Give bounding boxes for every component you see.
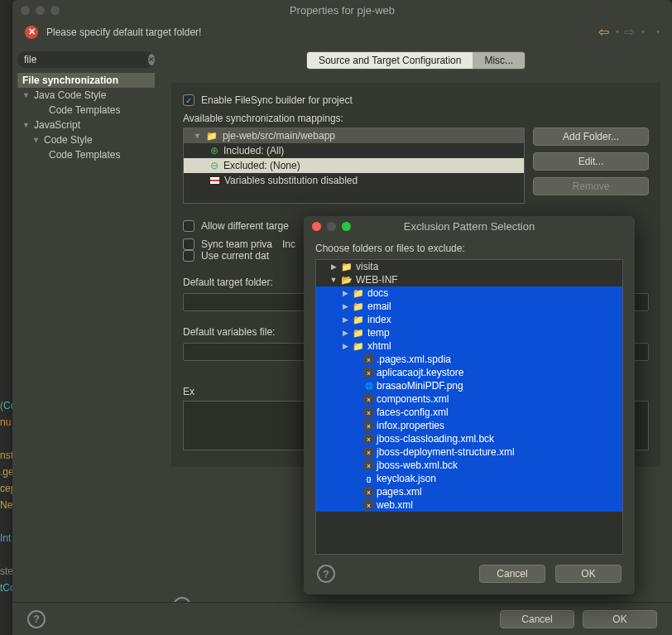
xml-file-icon: x [364,487,373,497]
tree-file[interactable]: xfaces-config.xml [316,406,622,419]
sync-team-checkbox[interactable] [183,238,194,250]
chevron-right-icon: ▶ [341,302,349,310]
help-icon[interactable]: ? [317,565,335,583]
cancel-button[interactable]: Cancel [500,610,574,628]
enable-filesync-checkbox[interactable] [183,94,194,106]
folder-icon: 📁 [206,131,218,142]
tree-folder[interactable]: ▶📁email [316,300,622,313]
folder-icon: 📁 [353,301,364,312]
xml-file-icon: x [364,460,373,470]
clear-filter-icon[interactable]: ✕ [148,54,155,65]
file-tree[interactable]: ▶ 📁 visita ▼ 📂 WEB-INF ▶📁docs▶📁email▶📁in… [315,259,623,555]
mapping-root[interactable]: ▼ 📁 pje-web/src/main/webapp [184,128,524,143]
remove-button[interactable]: Remove [533,177,649,195]
tree-folder-webinf[interactable]: ▼ 📂 WEB-INF [316,273,622,286]
folder-icon: 📁 [353,288,364,299]
window-title: Properties for pje-web [12,4,672,17]
edit-button[interactable]: Edit... [533,152,649,171]
forward-arrow-icon: ⇨ [624,24,635,40]
ok-button[interactable]: OK [555,565,622,583]
tree-file[interactable]: xaplicacaojt.keystore [316,366,622,379]
mapping-excluded[interactable]: ⊖ Excluded: (None) [184,158,524,173]
exclusion-dialog: Exclusion Pattern Selection Choose folde… [304,216,635,594]
folder-icon: 📁 [353,328,364,339]
tree-file[interactable]: xjboss-web.xml.bck [316,459,622,472]
dialog-footer: ? Cancel OK [304,555,635,594]
header-row: ✕ Please specify default target folder! … [12,20,672,51]
sidebar: ✕ File synchronization ▼Java Code Style … [12,51,160,628]
main-footer: ? Cancel OK [12,602,672,635]
tab-source-target[interactable]: Source and Target Configuration [307,52,473,69]
chevron-right-icon: ▶ [329,262,338,271]
tree-file[interactable]: xpages.xml [316,485,622,498]
chevron-down-icon: ▼ [22,91,31,99]
tree-item-java-code-style[interactable]: ▼Java Code Style [17,88,155,103]
chevron-right-icon: ▶ [341,329,349,337]
nav-arrows: ⇦ ▾ ⇨ ▾ ▾ [598,24,660,40]
xml-file-icon: x [364,407,373,417]
back-arrow-icon[interactable]: ⇦ [598,24,609,40]
exclude-icon: ⊖ [210,160,218,171]
use-current-checkbox[interactable] [183,250,194,262]
chevron-down-icon: ▼ [329,276,338,284]
cancel-button[interactable]: Cancel [479,565,545,583]
enable-filesync-label: Enable FileSync builder for project [201,94,353,106]
dialog-title: Exclusion Pattern Selection [304,220,635,233]
tree-file[interactable]: xinfox.properties [316,419,622,432]
tree-item-javascript[interactable]: ▼JavaScript [17,118,155,132]
add-folder-button[interactable]: Add Folder... [533,127,649,146]
tree-folder[interactable]: ▶📁temp [316,326,622,339]
chevron-right-icon: ▶ [341,342,349,350]
mapping-included[interactable]: ⊕ Included: (All) [184,143,524,158]
xml-file-icon: x [364,421,373,431]
ok-button[interactable]: OK [583,610,657,628]
avail-label: Available synchronization mappings: [183,113,649,124]
category-tree: File synchronization ▼Java Code Style Co… [17,73,155,162]
xml-file-icon: x [364,354,373,364]
tree-file[interactable]: xjboss-deployment-structure.xml [316,445,622,459]
xml-file-icon: x [364,500,373,510]
forward-dropdown-icon[interactable]: ▾ [641,28,645,36]
tree-file[interactable]: xcomponents.xml [316,392,622,406]
mapping-vars[interactable]: Variables substitution disabled [184,173,524,188]
mapping-list[interactable]: ▼ 📁 pje-web/src/main/webapp ⊕ Included: … [183,127,525,204]
image-file-icon: 🌐 [364,381,373,391]
tree-item-file-sync[interactable]: File synchronization [17,73,155,88]
xml-file-icon: x [364,368,373,378]
chevron-down-icon: ▼ [194,132,201,140]
xml-file-icon: x [364,394,373,404]
titlebar: Properties for pje-web [12,0,672,20]
tree-folder-visita[interactable]: ▶ 📁 visita [316,260,622,273]
error-icon: ✕ [25,26,38,39]
chevron-down-icon: ▼ [22,121,31,129]
xml-file-icon: x [364,447,373,457]
tree-folder[interactable]: ▶📁docs [316,286,622,300]
view-menu-icon[interactable]: ▾ [656,28,660,36]
tree-folder[interactable]: ▶📁xhtml [316,339,622,353]
tree-file[interactable]: x.pages.xml.spdia [316,353,622,366]
chevron-right-icon: ▶ [341,289,349,297]
tab-misc[interactable]: Misc... [473,52,525,69]
allow-different-checkbox[interactable] [183,220,194,232]
help-icon[interactable]: ? [27,610,46,628]
chevron-down-icon: ▼ [32,136,41,144]
folder-icon: 📁 [353,315,364,325]
folder-icon: 📁 [353,341,364,352]
enable-filesync-row[interactable]: Enable FileSync builder for project [183,94,649,106]
tree-folder[interactable]: ▶📁index [316,313,622,326]
folder-icon: 📁 [341,262,353,272]
include-icon: ⊕ [210,145,218,156]
tree-item-code-templates-js[interactable]: Code Templates [17,147,155,162]
filter-input[interactable] [24,54,148,65]
tree-item-code-style[interactable]: ▼Code Style [17,132,155,147]
tree-file[interactable]: xweb.xml [316,498,622,512]
tree-item-code-templates[interactable]: Code Templates [17,103,155,118]
filter-wrap: ✕ [17,51,155,68]
tree-file[interactable]: xjboss-classloading.xml.bck [316,432,622,445]
xml-file-icon: x [364,434,373,444]
variables-icon [210,177,219,184]
back-dropdown-icon[interactable]: ▾ [616,28,619,36]
folder-icon: 📂 [341,275,353,286]
tree-file[interactable]: {}keycloak.json [316,472,622,485]
tree-file[interactable]: 🌐brasaoMiniPDF.png [316,379,622,392]
